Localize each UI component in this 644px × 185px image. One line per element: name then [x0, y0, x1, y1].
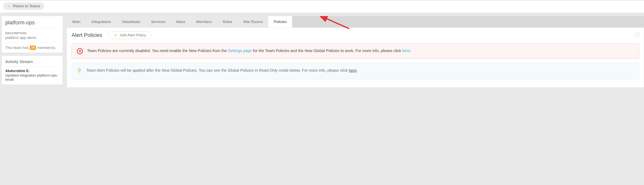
members-prefix: This team has [5, 46, 29, 50]
sidebar: platform-ops DESCRIPTION platform app al… [2, 16, 63, 88]
error-alert: ✕ Team Policies are currently disabled. … [72, 43, 639, 59]
svg-line-8 [80, 69, 81, 69]
add-button-label: Add Alert Policy [120, 33, 146, 37]
panel-title: Alert Policies [72, 32, 102, 38]
members-suffix: member(s). [37, 46, 56, 50]
arrow-left-icon: ← [7, 4, 11, 8]
svg-line-7 [78, 69, 78, 69]
info-text-2: . [357, 68, 358, 72]
activity-stream-card: Activity Stream Abdurrahim E. Updated in… [2, 56, 63, 85]
info-text-1: Team Alert Policies will be applied afte… [86, 68, 349, 72]
activity-stream-title: Activity Stream [5, 59, 59, 67]
error-text-3: . [410, 49, 411, 53]
tab-war-rooms[interactable]: War Rooms [238, 16, 268, 28]
panel-header: Alert Policies ＋ Add Alert Policy [72, 31, 639, 39]
top-bar: ← Return to Teams [0, 0, 644, 13]
tab-roles[interactable]: Roles [217, 16, 238, 28]
tab-integrations[interactable]: Integrations [86, 16, 116, 28]
error-text-1: Team Policies are currently disabled. Yo… [87, 49, 228, 53]
tab-bar: Main Integrations Heartbeats Services Ma… [67, 16, 644, 28]
info-here-link[interactable]: here [349, 68, 356, 72]
activity-description: Updated integration platform-ops-email [5, 73, 59, 82]
tab-policies[interactable]: Policies [268, 16, 292, 28]
tab-mass[interactable]: Mass [171, 16, 190, 28]
plus-icon: ＋ [113, 33, 118, 37]
return-label: Return to Teams [13, 4, 40, 8]
team-name: platform-ops [5, 20, 59, 29]
lightbulb-icon [77, 68, 82, 75]
members-count-badge: 24 [30, 46, 36, 50]
return-to-teams-button[interactable]: ← Return to Teams [3, 2, 44, 10]
member-count-line: This team has 24 member(s). [5, 46, 59, 50]
policies-panel: − Alert Policies ＋ Add Alert Policy ✕ Te… [67, 28, 644, 87]
add-alert-policy-button[interactable]: ＋ Add Alert Policy [108, 31, 152, 39]
tab-services[interactable]: Services [146, 16, 171, 28]
info-icon-wrap [77, 68, 82, 75]
collapse-button[interactable]: − [634, 32, 640, 37]
tab-main[interactable]: Main [67, 16, 86, 28]
description-value: platform app alerts [5, 36, 59, 43]
error-circle-icon: ✕ [77, 48, 83, 54]
info-alert-text: Team Alert Policies will be applied afte… [86, 68, 358, 73]
description-label: DESCRIPTION [5, 32, 59, 35]
team-info-card: platform-ops DESCRIPTION platform app al… [2, 16, 63, 53]
info-alert: Team Alert Policies will be applied afte… [72, 63, 639, 80]
settings-page-link[interactable]: Settings page [228, 49, 252, 53]
error-here-link[interactable]: here [402, 49, 410, 53]
error-alert-text: Team Policies are currently disabled. Yo… [87, 48, 411, 54]
tab-spacer [292, 16, 644, 28]
tab-members[interactable]: Members [191, 16, 217, 28]
main-panel: Main Integrations Heartbeats Services Ma… [67, 16, 644, 88]
activity-user: Abdurrahim E. [5, 69, 59, 73]
tab-heartbeats[interactable]: Heartbeats [116, 16, 146, 28]
svg-point-1 [78, 69, 80, 71]
error-icon-wrap: ✕ [77, 48, 83, 54]
activity-item: Abdurrahim E. Updated integration platfo… [5, 69, 59, 82]
error-text-2: for the Team Policies and the New Global… [252, 49, 402, 53]
